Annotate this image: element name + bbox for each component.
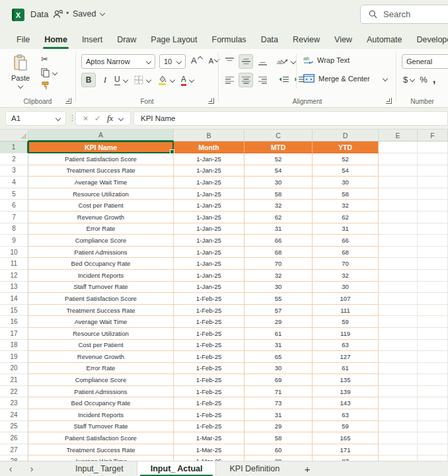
cell[interactable] <box>418 223 448 235</box>
cell[interactable] <box>418 397 448 409</box>
cell[interactable]: 52 <box>244 153 313 165</box>
column-header-a[interactable]: A <box>28 130 174 141</box>
cell[interactable] <box>418 374 448 386</box>
cell[interactable]: Revenue Growth <box>28 212 174 223</box>
font-color-icon[interactable]: A <box>181 75 194 86</box>
cell[interactable]: 1-Feb-25 <box>174 374 244 386</box>
percent-format-icon[interactable]: % <box>420 75 428 85</box>
cell[interactable] <box>418 444 448 456</box>
cell[interactable]: 31 <box>244 223 313 235</box>
cell[interactable]: 1-Jan-25 <box>174 200 244 212</box>
column-header-c[interactable]: C <box>244 130 313 141</box>
cell[interactable]: 1-Feb-25 <box>174 293 244 305</box>
cell[interactable]: 1-Jan-25 <box>174 223 244 235</box>
ribbon-tab-review[interactable]: Review <box>285 30 327 49</box>
cell[interactable] <box>379 188 418 200</box>
cell[interactable] <box>418 141 448 153</box>
cell[interactable]: 73 <box>244 397 313 409</box>
cell[interactable] <box>379 351 418 363</box>
align-left-icon[interactable] <box>223 73 236 87</box>
cell[interactable]: 65 <box>244 351 313 363</box>
cell[interactable] <box>379 141 418 153</box>
cell[interactable] <box>418 153 448 165</box>
saved-status[interactable]: Saved <box>73 9 104 19</box>
cell[interactable]: Resource Utilization <box>28 188 174 200</box>
cell[interactable] <box>379 456 418 461</box>
fill-color-icon[interactable] <box>157 75 174 85</box>
paste-button[interactable]: Paste <box>7 54 34 97</box>
cell[interactable]: 29 <box>244 316 313 328</box>
cell[interactable]: 59 <box>313 316 379 328</box>
row-header-19[interactable]: 19 <box>0 351 28 363</box>
cell[interactable]: Treatment Success Rate <box>28 165 174 177</box>
ribbon-tab-draw[interactable]: Draw <box>110 30 143 49</box>
row-header-3[interactable]: 3 <box>0 165 28 177</box>
cell[interactable]: 32 <box>313 270 379 282</box>
cell[interactable]: 32 <box>244 270 313 282</box>
cell[interactable]: 31 <box>244 340 313 352</box>
cell[interactable]: 57 <box>244 305 313 317</box>
cell[interactable] <box>418 456 448 461</box>
cell[interactable]: 63 <box>313 409 379 421</box>
cell[interactable]: 54 <box>244 165 313 177</box>
cell[interactable]: Error Rate <box>28 363 174 375</box>
cell[interactable] <box>418 270 448 282</box>
cell[interactable] <box>379 212 418 223</box>
cell[interactable]: YTD <box>313 141 379 153</box>
cell[interactable]: 139 <box>313 386 379 398</box>
cell[interactable]: 1-Feb-25 <box>174 305 244 317</box>
cell[interactable] <box>418 340 448 352</box>
ribbon-tab-view[interactable]: View <box>327 30 359 49</box>
cell[interactable] <box>379 421 418 433</box>
cell[interactable] <box>379 444 418 456</box>
cell[interactable]: 171 <box>313 444 379 456</box>
italic-button[interactable]: I <box>98 73 112 87</box>
cell[interactable] <box>418 165 448 177</box>
font-size-select[interactable]: 10 <box>159 54 186 69</box>
cell[interactable]: 1-Jan-25 <box>174 188 244 200</box>
cell[interactable]: Bed Occupancy Rate <box>28 397 174 409</box>
row-header-11[interactable]: 11 <box>0 258 28 270</box>
cell[interactable]: Error Rate <box>28 223 174 235</box>
cell[interactable]: Resource Utilization <box>28 328 174 340</box>
cell[interactable]: 1-Jan-25 <box>174 212 244 223</box>
font-dialog-launcher-icon[interactable] <box>208 98 214 104</box>
cell[interactable]: 60 <box>244 444 313 456</box>
cell[interactable]: 59 <box>313 421 379 433</box>
format-painter-icon[interactable] <box>41 81 50 90</box>
sheet-tab-input-actual[interactable]: Input_ Actual <box>137 461 217 476</box>
cell[interactable] <box>418 386 448 398</box>
cell[interactable]: Cost per Patient <box>28 200 174 212</box>
row-header-8[interactable]: 8 <box>0 223 28 235</box>
cell[interactable]: 1-Jan-25 <box>174 165 244 177</box>
cell[interactable]: 68 <box>313 247 379 258</box>
cell[interactable] <box>379 200 418 212</box>
sheet-tab-input-target[interactable]: Input_ Target <box>62 461 137 476</box>
align-top-icon[interactable] <box>223 55 236 68</box>
cell[interactable]: 30 <box>244 177 313 188</box>
orientation-icon[interactable]: ab <box>277 57 295 66</box>
cell[interactable] <box>379 409 418 421</box>
cell[interactable] <box>418 247 448 258</box>
cell[interactable] <box>379 305 418 317</box>
cell[interactable]: 71 <box>244 386 313 398</box>
ribbon-tab-file[interactable]: File <box>9 30 37 49</box>
cell[interactable]: 32 <box>313 200 379 212</box>
cell[interactable]: 1-Mar-25 <box>174 432 244 444</box>
cell[interactable] <box>379 316 418 328</box>
cell[interactable]: 62 <box>313 212 379 223</box>
font-name-select[interactable]: Aptos Narrow <box>81 54 155 69</box>
cell[interactable]: 1-Jan-25 <box>174 153 244 165</box>
cell[interactable] <box>379 247 418 258</box>
cell[interactable]: 30 <box>313 177 379 188</box>
cancel-icon[interactable]: × <box>83 113 89 124</box>
cell[interactable] <box>418 212 448 223</box>
enter-icon[interactable]: ✓ <box>94 114 101 123</box>
currency-format-icon[interactable]: $ <box>403 75 414 85</box>
cell[interactable] <box>379 282 418 294</box>
cell[interactable] <box>379 363 418 375</box>
row-header-15[interactable]: 15 <box>0 305 28 317</box>
row-header-17[interactable]: 17 <box>0 328 28 340</box>
row-header-18[interactable]: 18 <box>0 340 28 352</box>
cell[interactable] <box>379 374 418 386</box>
